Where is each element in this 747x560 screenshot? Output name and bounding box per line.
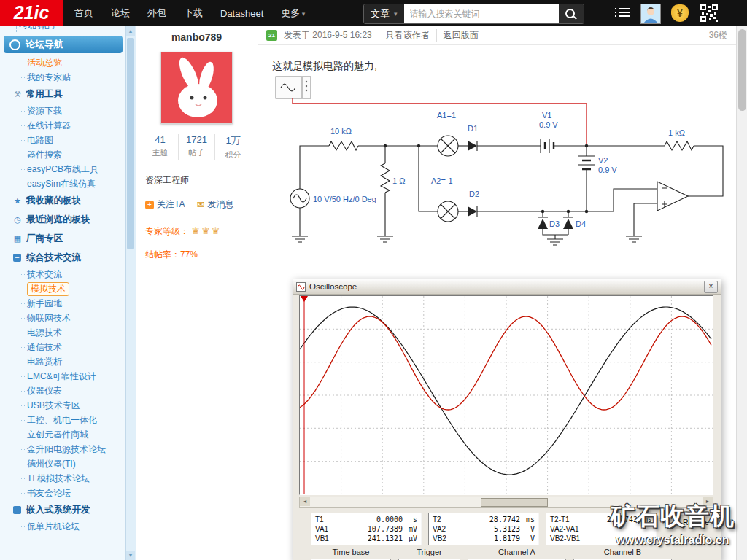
sidebar-item[interactable]: EMC&可靠性设计 <box>4 369 136 384</box>
oscilloscope-display <box>299 295 713 495</box>
meas-label: VA1 <box>315 524 347 534</box>
nav-item[interactable]: Datasheet <box>220 8 263 19</box>
search-icon <box>565 9 575 18</box>
nav-item[interactable]: 论坛 <box>111 7 130 20</box>
sidebar-item[interactable]: 最近浏览的板块 <box>4 210 136 229</box>
sidebar-item[interactable]: 电路图 <box>4 133 136 147</box>
tree-connector <box>15 325 27 340</box>
meas-value: 1.8179 <box>465 534 520 543</box>
sidebar-item[interactable]: 新手园地 <box>4 296 136 311</box>
sidebar-item[interactable]: 技术交流 <box>4 267 136 281</box>
site-logo[interactable]: 21ic <box>0 0 63 26</box>
sidebar-item[interactable]: easySim在线仿真 <box>4 176 136 191</box>
scroll-left-arrow[interactable] <box>300 497 310 506</box>
display-scrollbar[interactable] <box>299 497 713 508</box>
nav-item[interactable]: 首页 <box>74 7 93 20</box>
sidebar-item[interactable]: TI 模拟技术论坛 <box>4 471 136 486</box>
trigger-panel[interactable]: Trigger <box>398 548 460 560</box>
page-scrollbar[interactable] <box>736 26 747 560</box>
scroll-down-arrow[interactable] <box>126 551 135 560</box>
stat-value[interactable]: 1万 <box>215 134 251 147</box>
list-menu-icon[interactable] <box>615 7 630 21</box>
sidebar-item[interactable]: 在线计算器 <box>4 118 136 133</box>
oscilloscope-window[interactable]: Oscilloscope × T10.0000s <box>293 279 721 560</box>
sidebar-item-clipped[interactable]: 我的帖子 <box>0 26 136 34</box>
sidebar-item[interactable]: easyPCB布线工具 <box>4 162 136 176</box>
sidebar-item[interactable]: 我收藏的板块 <box>4 191 136 210</box>
sidebar-item[interactable]: 我的专家贴 <box>4 70 136 85</box>
author-avatar[interactable] <box>160 52 233 124</box>
nav-item[interactable]: 更多 <box>281 7 305 20</box>
scrollbar-thumb[interactable] <box>481 498 548 507</box>
sidebar-item[interactable]: 仪器仪表 <box>4 384 136 398</box>
close-button[interactable]: × <box>704 281 718 293</box>
meas-label: T2 <box>433 515 465 524</box>
nav-item[interactable]: 外包 <box>147 7 166 20</box>
sidebar-item[interactable]: 通信技术 <box>4 340 136 354</box>
function-generator-icon[interactable] <box>276 77 311 98</box>
nav-item[interactable]: 下载 <box>184 7 203 20</box>
scrollbar-thumb[interactable] <box>127 38 134 249</box>
send-message-button[interactable]: 发消息 <box>196 198 233 211</box>
scrollbar-thumb[interactable] <box>738 29 746 111</box>
sidebar-item[interactable]: 综合技术交流 <box>4 248 136 267</box>
sidebar-item[interactable]: 德州仪器(TI) <box>4 456 136 471</box>
only-author-link[interactable]: 只看该作者 <box>379 29 430 42</box>
sidebar-item[interactable]: 资源下载 <box>4 104 136 118</box>
meas-unit <box>638 534 652 543</box>
sidebar-item[interactable]: 物联网技术 <box>4 311 136 325</box>
tree-connector <box>15 133 27 147</box>
search-input[interactable] <box>404 4 559 23</box>
sidebar-item-label: 最近浏览的板块 <box>26 214 90 226</box>
label-r1: 10 kΩ <box>330 127 352 136</box>
sidebar-item[interactable]: 嵌入式系统开发 <box>4 500 136 519</box>
scroll-right-arrow[interactable] <box>703 497 713 506</box>
sidebar-item[interactable]: 金升阳电源技术论坛 <box>4 442 136 456</box>
sidebar-scrollbar[interactable] <box>125 26 136 560</box>
user-avatar-small[interactable] <box>640 4 661 24</box>
meas-unit: ms <box>638 515 652 524</box>
back-to-board-link[interactable]: 返回版面 <box>436 29 479 42</box>
search-button[interactable] <box>559 4 584 23</box>
timebase-panel[interactable]: Time base <box>311 548 391 560</box>
section-icon <box>12 196 23 206</box>
money-bag-icon[interactable]: ¥ <box>671 4 689 22</box>
sidebar-item[interactable]: 常用工具 <box>4 85 136 104</box>
follow-button[interactable]: 关注TA <box>145 198 185 211</box>
oscilloscope-titlebar[interactable]: Oscilloscope × <box>293 279 721 295</box>
sidebar-item[interactable]: 模拟技术 <box>4 281 136 296</box>
reduce-button[interactable]: Reduce <box>676 514 716 529</box>
author-username[interactable]: manbo789 <box>136 31 258 43</box>
scroll-up-arrow[interactable] <box>126 26 135 36</box>
floor-number: 36楼 <box>709 29 727 42</box>
meas-unit: µV <box>403 534 417 543</box>
sidebar-item[interactable]: 工控、机电一体化 <box>4 413 136 427</box>
tree-connector <box>15 267 27 281</box>
tree-connector <box>15 311 27 325</box>
meas-unit: V <box>520 534 535 543</box>
sidebar-item[interactable]: 书友会论坛 <box>4 486 136 500</box>
channel-a-panel[interactable]: Channel A <box>468 548 566 560</box>
channel-b-panel[interactable]: Channel B <box>573 548 672 560</box>
sidebar-item[interactable]: 立创元器件商城 <box>4 427 136 442</box>
stat-value[interactable]: 41 <box>142 134 178 145</box>
sidebar-item[interactable]: 电路赏析 <box>4 354 136 369</box>
sidebar-item-label: 工控、机电一体化 <box>27 414 97 427</box>
sidebar-item[interactable]: 电源技术 <box>4 325 136 340</box>
section-icon <box>12 90 23 99</box>
sidebar-item[interactable]: 厂商专区 <box>4 229 136 248</box>
sidebar-item[interactable]: 活动总览 <box>4 55 136 70</box>
qr-code-icon[interactable] <box>700 4 718 25</box>
search-category-dropdown[interactable]: 文章 <box>364 4 404 23</box>
cursor-marker[interactable] <box>301 296 308 302</box>
oscilloscope-icon <box>296 282 306 292</box>
stat-value[interactable]: 1721 <box>179 134 214 145</box>
sidebar-item[interactable]: USB技术专区 <box>4 398 136 413</box>
circuit-labels: 10 kΩ A1=1 D1 V1 0.9 V 1 kΩ 1 Ω A2=-1 D2… <box>313 111 685 228</box>
meas-label: T1 <box>315 515 347 524</box>
sidebar-item[interactable]: 器件搜索 <box>4 147 136 162</box>
sidebar-item-label: 资源下载 <box>27 105 62 117</box>
tree-connector <box>15 398 27 413</box>
sidebar-item[interactable]: 侃单片机论坛 <box>4 519 136 534</box>
author-stats: 41 主题 1721 帖子 1万 积分 <box>136 134 258 160</box>
